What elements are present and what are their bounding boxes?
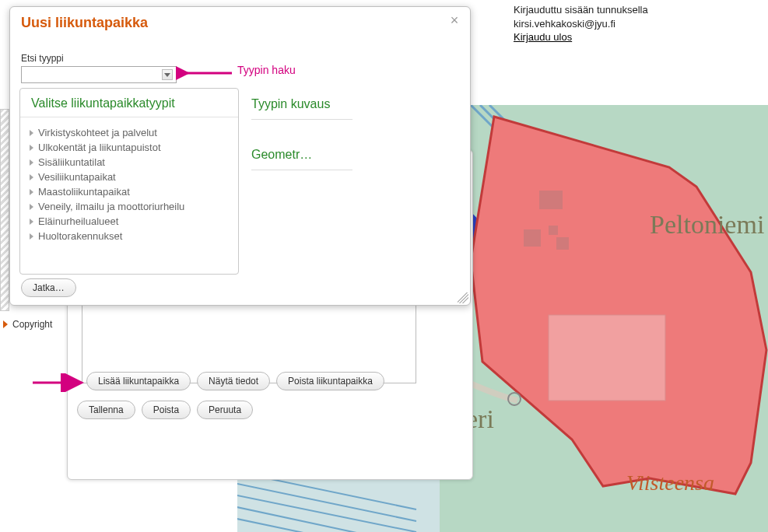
- type-item[interactable]: Eläinurheilualueet: [30, 214, 229, 229]
- svg-rect-12: [539, 191, 563, 209]
- search-type-combo[interactable]: [21, 66, 177, 83]
- remove-facility-button[interactable]: Poista liikuntapaikka: [276, 372, 384, 390]
- type-item-label: Ulkokentät ja liikuntapuistot: [38, 142, 161, 153]
- annotation-arrow-2: [31, 373, 89, 394]
- chevron-right-icon: [30, 159, 33, 166]
- save-button[interactable]: Tallenna: [77, 401, 135, 419]
- copyright-label: Copyright: [12, 319, 52, 330]
- svg-rect-11: [549, 315, 665, 401]
- type-item-label: Virkistyskohteet ja palvelut: [38, 127, 157, 138]
- svg-rect-14: [556, 237, 569, 250]
- type-item[interactable]: Vesiliikuntapaikat: [30, 170, 229, 184]
- type-item-label: Maastoliikuntapaikat: [38, 186, 130, 198]
- type-item[interactable]: Virkistyskohteet ja palvelut: [30, 125, 229, 140]
- close-icon[interactable]: ×: [447, 13, 462, 29]
- chevron-right-icon: [30, 145, 33, 151]
- annotation-label-type-search: Tyypin haku: [237, 64, 296, 76]
- type-item-label: Eläinurheilualueet: [38, 215, 118, 227]
- type-item-label: Veneily, ilmailu ja moottoriurheilu: [38, 201, 184, 212]
- type-tree-list: Virkistyskohteet ja palvelut Ulkokentät …: [20, 117, 238, 251]
- chevron-right-icon: [30, 233, 33, 240]
- chevron-right-icon: [3, 320, 8, 328]
- type-item[interactable]: Huoltorakennukset: [30, 229, 229, 243]
- type-item[interactable]: Veneily, ilmailu ja moottoriurheilu: [30, 199, 229, 214]
- chevron-right-icon: [30, 204, 33, 210]
- chevron-right-icon: [30, 189, 33, 195]
- login-info: Kirjauduttu sisään tunnuksella kirsi.veh…: [514, 3, 648, 44]
- svg-rect-13: [524, 229, 541, 247]
- lower-panel-actions-1: Lisää liikuntapaikka Näytä tiedot Poista…: [86, 372, 384, 390]
- type-item[interactable]: Maastoliikuntapaikat: [30, 184, 229, 199]
- search-type-label: Etsi tyyppi: [21, 53, 459, 64]
- dialog-title: Uusi liikuntapaikka: [21, 15, 459, 31]
- logout-link[interactable]: Kirjaudu ulos: [514, 31, 572, 43]
- chevron-down-icon[interactable]: [162, 69, 173, 80]
- map-label-viisteensa: Viisteensa: [626, 471, 714, 495]
- new-facility-dialog: Uusi liikuntapaikka × Etsi tyyppi Valits…: [9, 6, 471, 306]
- geometry-heading: Geometr…: [251, 143, 352, 170]
- type-item[interactable]: Ulkokentät ja liikuntapuistot: [30, 140, 229, 155]
- login-text: Kirjauduttu sisään tunnuksella: [514, 3, 648, 17]
- type-tree-heading: Valitse liikuntapaikkatyypit: [20, 89, 238, 117]
- type-item-label: Vesiliikuntapaikat: [38, 171, 116, 183]
- map-label-peltoniemi: Peltoniemi: [650, 210, 764, 239]
- dialog-footer: Jatka…: [21, 278, 76, 297]
- dialog-side-headings: Tyypin kuvaus Geometr…: [251, 93, 352, 194]
- type-item[interactable]: Sisäliikuntatilat: [30, 155, 229, 170]
- sidebar-strip: [0, 109, 9, 311]
- type-item-label: Huoltorakennukset: [38, 230, 122, 242]
- chevron-right-icon: [30, 130, 33, 136]
- add-facility-button[interactable]: Lisää liikuntapaikka: [86, 372, 191, 390]
- resize-grip-icon[interactable]: [458, 292, 468, 303]
- type-item-label: Sisäliikuntatilat: [38, 156, 105, 168]
- type-description-heading: Tyypin kuvaus: [251, 93, 352, 120]
- cancel-button[interactable]: Peruuta: [197, 401, 253, 419]
- svg-rect-15: [549, 226, 558, 235]
- copyright-row[interactable]: Copyright: [3, 319, 52, 330]
- delete-button[interactable]: Poista: [142, 401, 191, 419]
- type-tree-panel: Valitse liikuntapaikkatyypit Virkistysko…: [19, 88, 239, 275]
- login-username: kirsi.vehkakoski@jyu.fi: [514, 17, 648, 31]
- chevron-right-icon: [30, 219, 33, 225]
- continue-button[interactable]: Jatka…: [21, 278, 76, 297]
- lower-panel-actions-2: Tallenna Poista Peruuta: [77, 401, 253, 419]
- show-details-button[interactable]: Näytä tiedot: [197, 372, 270, 390]
- chevron-right-icon: [30, 174, 33, 180]
- annotation-arrow-1: [176, 64, 238, 85]
